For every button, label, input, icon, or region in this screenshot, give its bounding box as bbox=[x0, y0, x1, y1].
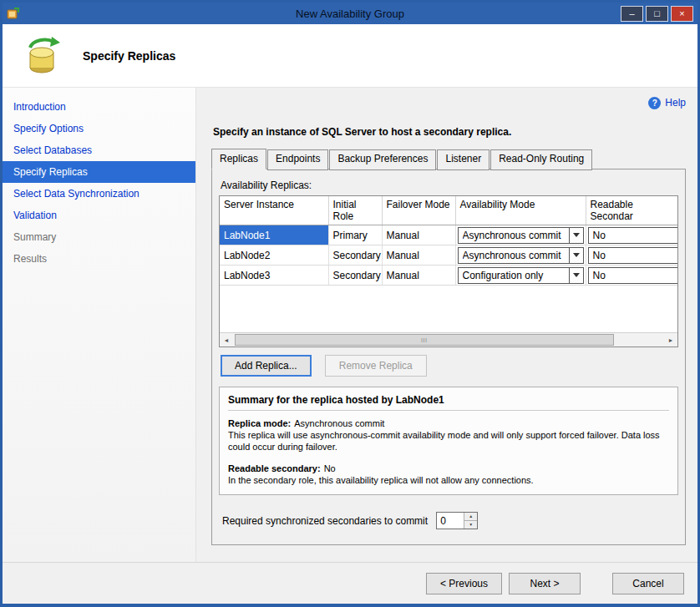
chevron-down-icon bbox=[569, 228, 583, 243]
table-row: LabNode3 Secondary Manual Configuration … bbox=[220, 266, 677, 286]
cancel-button[interactable]: Cancel bbox=[612, 573, 684, 594]
close-button[interactable]: × bbox=[671, 6, 693, 22]
cell-failover-mode[interactable]: Manual bbox=[382, 266, 455, 286]
main-content: ? Help Specify an instance of SQL Server… bbox=[196, 88, 700, 562]
replicas-tab-panel: Availability Replicas: Server Instance I… bbox=[211, 169, 686, 545]
wizard-steps-sidebar: Introduction Specify Options Select Data… bbox=[3, 88, 196, 562]
sidebar-item-validation[interactable]: Validation bbox=[3, 205, 195, 226]
required-secondaries-spinner: ▲ ▼ bbox=[436, 512, 478, 529]
grid-header-row: Server Instance Initial Role Failover Mo… bbox=[220, 196, 677, 225]
grid-empty-area bbox=[220, 286, 677, 332]
previous-button[interactable]: < Previous bbox=[426, 573, 502, 594]
spin-up-icon[interactable]: ▲ bbox=[464, 513, 477, 521]
cell-initial-role[interactable]: Primary bbox=[328, 225, 382, 245]
readable-secondary-line: Readable secondary:No bbox=[228, 463, 669, 473]
window-controls: – □ × bbox=[621, 6, 693, 22]
cell-server-instance[interactable]: LabNode2 bbox=[220, 245, 328, 266]
required-secondaries-input[interactable] bbox=[437, 513, 464, 529]
scroll-right-icon[interactable]: ► bbox=[664, 333, 677, 346]
tab-endpoints[interactable]: Endpoints bbox=[267, 149, 328, 170]
scrollbar-track[interactable]: ||| bbox=[233, 333, 664, 346]
replica-mode-line: Replica mode:Asynchronous commit bbox=[228, 418, 669, 428]
cell-readable-secondary: No bbox=[586, 225, 677, 245]
cell-initial-role[interactable]: Secondary bbox=[328, 245, 382, 266]
cell-readable-secondary: No bbox=[586, 266, 677, 286]
replica-mode-label: Replica mode: bbox=[228, 418, 291, 428]
cell-availability-mode: Configuration only bbox=[455, 266, 586, 286]
cell-server-instance[interactable]: LabNode3 bbox=[220, 266, 328, 286]
cell-server-instance[interactable]: LabNode1 bbox=[220, 225, 328, 245]
availability-mode-dropdown[interactable]: Configuration only bbox=[458, 267, 584, 284]
summary-title: Summary for the replica hosted by LabNod… bbox=[228, 394, 669, 411]
sidebar-item-specify-replicas[interactable]: Specify Replicas bbox=[3, 161, 195, 183]
cell-initial-role[interactable]: Secondary bbox=[328, 266, 382, 286]
cell-readable-secondary: No bbox=[586, 245, 677, 266]
wizard-header: Specify Replicas bbox=[3, 24, 697, 88]
availability-mode-dropdown[interactable]: Asynchronous commit bbox=[458, 247, 584, 264]
sidebar-item-summary: Summary bbox=[3, 226, 195, 248]
new-availability-group-window: New Availability Group – □ × Specify Rep… bbox=[0, 0, 700, 607]
column-header-initial-role: Initial Role bbox=[328, 196, 382, 225]
window-title: New Availability Group bbox=[3, 8, 697, 20]
sidebar-item-introduction[interactable]: Introduction bbox=[3, 96, 195, 118]
required-secondaries-label: Required synchronized secondaries to com… bbox=[222, 515, 428, 527]
column-header-failover-mode: Failover Mode bbox=[382, 196, 455, 225]
next-button[interactable]: Next > bbox=[509, 573, 581, 594]
minimize-button[interactable]: – bbox=[621, 6, 643, 22]
readable-secondary-value: No bbox=[324, 463, 336, 473]
wizard-body: Introduction Specify Options Select Data… bbox=[3, 88, 697, 562]
add-replica-button[interactable]: Add Replica... bbox=[221, 355, 312, 377]
replicas-grid: Server Instance Initial Role Failover Mo… bbox=[219, 195, 678, 347]
column-header-server-instance: Server Instance bbox=[220, 196, 328, 225]
app-icon bbox=[7, 7, 20, 20]
table-row: LabNode2 Secondary Manual Asynchronous c… bbox=[220, 245, 677, 266]
replica-mode-value: Asynchronous commit bbox=[294, 418, 384, 428]
page-instruction: Specify an instance of SQL Server to hos… bbox=[213, 126, 686, 138]
scrollbar-thumb[interactable]: ||| bbox=[235, 334, 614, 346]
table-row: LabNode1 Primary Manual Asynchronous com… bbox=[220, 225, 677, 245]
spinner-buttons: ▲ ▼ bbox=[464, 513, 477, 529]
readable-secondary-dropdown[interactable]: No bbox=[588, 247, 678, 264]
page-title: Specify Replicas bbox=[83, 49, 175, 63]
help-row: ? Help bbox=[208, 94, 686, 111]
tab-strip: Replicas Endpoints Backup Preferences Li… bbox=[211, 148, 686, 169]
chevron-down-icon bbox=[569, 248, 583, 263]
tab-listener[interactable]: Listener bbox=[437, 149, 489, 170]
readable-secondary-description: In the secondary role, this availability… bbox=[228, 475, 662, 487]
tab-replicas[interactable]: Replicas bbox=[211, 149, 266, 169]
horizontal-scrollbar: ◄ ||| ► bbox=[220, 332, 677, 346]
scroll-left-icon[interactable]: ◄ bbox=[220, 333, 233, 346]
sidebar-item-results: Results bbox=[3, 248, 195, 270]
column-header-availability-mode: Availability Mode bbox=[455, 196, 586, 225]
cell-availability-mode: Asynchronous commit bbox=[455, 245, 586, 266]
help-icon: ? bbox=[648, 97, 661, 109]
readable-secondary-dropdown[interactable]: No bbox=[588, 227, 678, 244]
column-header-readable-secondary: Readable Secondar bbox=[586, 196, 677, 225]
tab-backup-preferences[interactable]: Backup Preferences bbox=[329, 149, 436, 170]
grid-buttons: Add Replica... Remove Replica bbox=[221, 355, 678, 377]
readable-secondary-dropdown[interactable]: No bbox=[588, 267, 678, 284]
replica-summary-box: Summary for the replica hosted by LabNod… bbox=[219, 387, 678, 495]
spin-down-icon[interactable]: ▼ bbox=[464, 521, 477, 529]
wizard-footer: < Previous Next > Cancel bbox=[3, 562, 697, 604]
sidebar-item-select-databases[interactable]: Select Databases bbox=[3, 139, 195, 161]
help-link[interactable]: Help bbox=[665, 97, 686, 109]
readable-secondary-label: Readable secondary: bbox=[228, 463, 321, 473]
cell-failover-mode[interactable]: Manual bbox=[382, 245, 455, 266]
replica-mode-description: This replica will use asynchronous-commi… bbox=[228, 430, 662, 453]
required-secondaries-row: Required synchronized secondaries to com… bbox=[222, 512, 678, 529]
remove-replica-button: Remove Replica bbox=[325, 355, 427, 377]
chevron-down-icon bbox=[569, 268, 583, 283]
tab-read-only-routing[interactable]: Read-Only Routing bbox=[490, 149, 592, 170]
maximize-button[interactable]: □ bbox=[646, 6, 668, 22]
titlebar: New Availability Group – □ × bbox=[3, 3, 697, 24]
sidebar-item-specify-options[interactable]: Specify Options bbox=[3, 118, 195, 139]
cell-failover-mode[interactable]: Manual bbox=[382, 225, 455, 245]
availability-replicas-label: Availability Replicas: bbox=[221, 180, 678, 191]
availability-mode-dropdown[interactable]: Asynchronous commit bbox=[458, 227, 584, 244]
sidebar-item-select-data-synchronization[interactable]: Select Data Synchronization bbox=[3, 183, 195, 205]
cell-availability-mode: Asynchronous commit bbox=[455, 225, 586, 245]
replicas-database-icon bbox=[24, 36, 64, 76]
